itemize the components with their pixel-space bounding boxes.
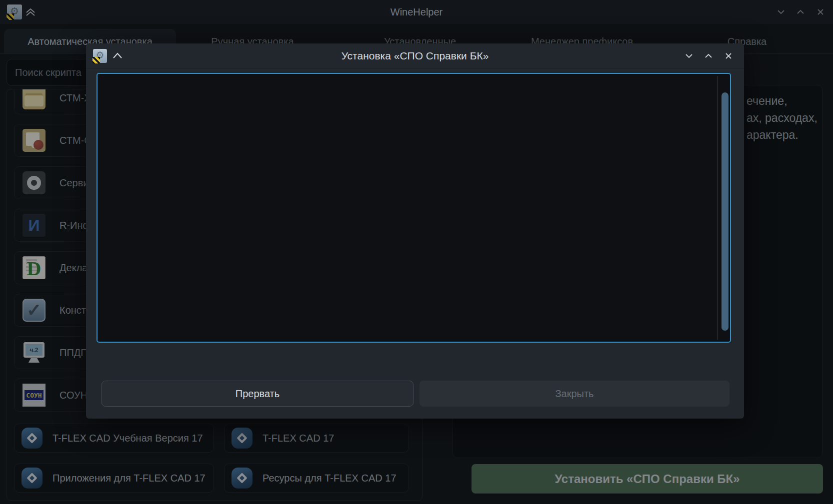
dialog-title: Установка «СПО Справки БК»: [86, 50, 744, 62]
installation-log[interactable]: [96, 73, 731, 343]
log-scrollbar-thumb[interactable]: [722, 92, 728, 331]
installation-dialog: ⚙ Установка «СПО Справки БК» П: [86, 43, 744, 419]
log-scrollbar-track[interactable]: [718, 76, 718, 340]
screen: ⚙ WineHelper Автоматическая установка Ру…: [0, 0, 833, 504]
dialog-titlebar: ⚙ Установка «СПО Справки БК»: [86, 43, 744, 69]
abort-button[interactable]: Прервать: [102, 381, 414, 407]
close-dialog-button[interactable]: Закрыть: [420, 381, 730, 407]
dialog-close-button[interactable]: [724, 51, 733, 60]
dialog-maximize-button[interactable]: [704, 52, 713, 61]
dialog-minimize-button[interactable]: [684, 52, 694, 61]
